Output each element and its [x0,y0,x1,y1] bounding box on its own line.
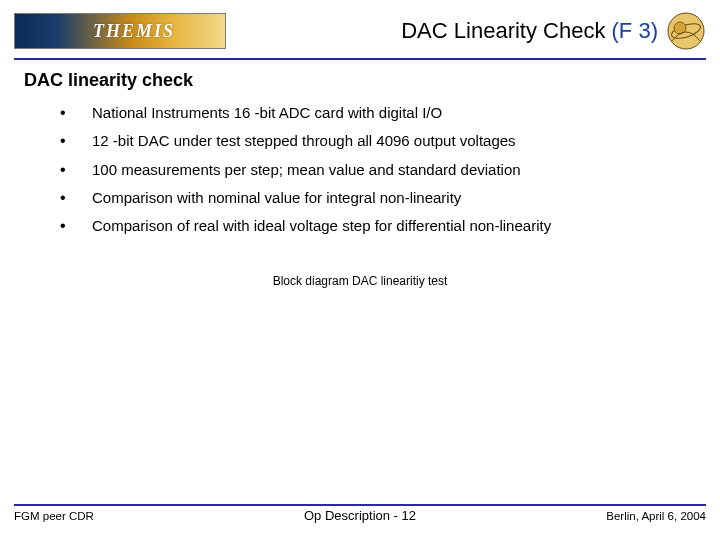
footer-left: FGM peer CDR [14,510,94,522]
footer-right: Berlin, April 6, 2004 [606,510,706,522]
slide-header: THEMIS DAC Linearity Check (F 3) [0,0,720,56]
section-heading: DAC linearity check [24,70,696,91]
bullet-text: 12 -bit DAC under test stepped through a… [92,132,516,149]
slide-footer: FGM peer CDR Op Description - 12 Berlin,… [14,504,706,522]
title-code: (F 3) [612,18,658,43]
list-item: Comparison with nominal value for integr… [60,184,696,212]
footer-row: FGM peer CDR Op Description - 12 Berlin,… [14,510,706,522]
list-item: Comparison of real with ideal voltage st… [60,212,696,240]
footer-center: Op Description - 12 [14,508,706,523]
bullet-text: National Instruments 16 -bit ADC card wi… [92,104,442,121]
slide-title: DAC Linearity Check (F 3) [401,18,658,43]
themis-logo: THEMIS [14,13,226,49]
title-main: DAC Linearity Check [401,18,611,43]
slide-body: DAC linearity check National Instruments… [0,60,720,288]
bullet-list: National Instruments 16 -bit ADC card wi… [60,99,696,240]
list-item: 12 -bit DAC under test stepped through a… [60,127,696,155]
diagram-caption: Block diagram DAC linearitiy test [24,274,696,288]
bullet-text: Comparison of real with ideal voltage st… [92,217,551,234]
footer-divider [14,504,706,506]
bullet-text: 100 measurements per step; mean value an… [92,161,521,178]
logo-text: THEMIS [93,21,175,42]
mission-emblem-icon [666,11,706,51]
bullet-text: Comparison with nominal value for integr… [92,189,461,206]
list-item: National Instruments 16 -bit ADC card wi… [60,99,696,127]
list-item: 100 measurements per step; mean value an… [60,156,696,184]
title-container: DAC Linearity Check (F 3) [226,18,666,44]
